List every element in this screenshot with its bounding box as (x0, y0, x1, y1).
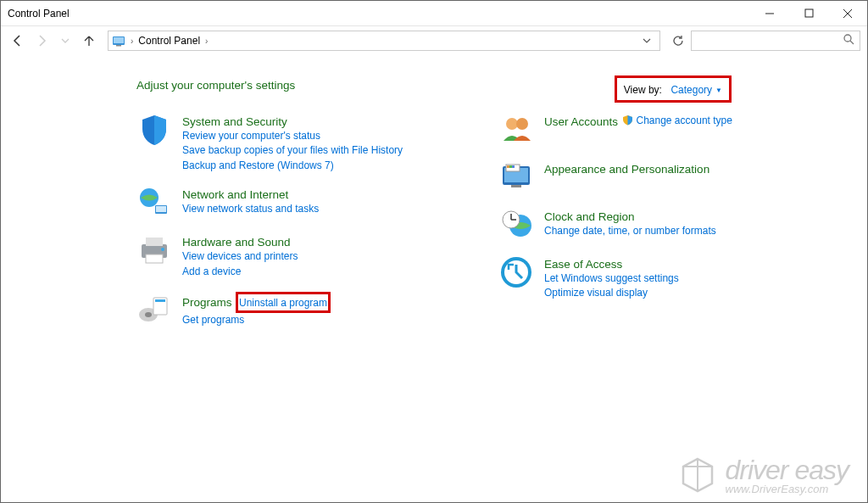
category-link[interactable]: View devices and printers (182, 249, 298, 264)
watermark: driver easy www.DriverEasy.com (678, 455, 849, 495)
category-clock-region: Clock and Region Change date, time, or n… (498, 207, 837, 243)
category-link[interactable]: Review your computer's status (182, 129, 403, 143)
view-by-value: Category (670, 84, 712, 96)
chevron-right-icon[interactable]: › (131, 36, 133, 46)
category-link[interactable]: Change account type (637, 114, 732, 128)
svg-rect-25 (507, 165, 509, 168)
svg-line-8 (850, 41, 854, 44)
category-ease-of-access: Ease of Access Let Windows suggest setti… (498, 254, 837, 301)
category-link[interactable]: Let Windows suggest settings (544, 271, 679, 286)
address-dropdown-button[interactable] (637, 31, 656, 50)
category-link[interactable]: Backup and Restore (Windows 7) (182, 159, 403, 173)
forward-button[interactable] (31, 31, 52, 51)
search-icon (843, 33, 854, 48)
svg-point-21 (516, 118, 528, 130)
svg-rect-14 (146, 254, 163, 263)
people-icon (498, 112, 534, 148)
svg-rect-13 (146, 238, 163, 246)
category-link[interactable]: Add a device (182, 265, 298, 279)
category-title[interactable]: System and Security (182, 115, 287, 128)
view-by-highlight: View by: Category ▼ (615, 75, 732, 103)
svg-rect-1 (805, 9, 813, 17)
uninstall-program-link[interactable]: Uninstall a program (239, 297, 327, 309)
address-bar[interactable]: › Control Panel › (108, 31, 660, 51)
category-title[interactable]: Appearance and Personalization (544, 163, 709, 176)
chevron-down-icon: ▼ (715, 87, 722, 94)
category-link[interactable]: View network status and tasks (182, 202, 319, 216)
left-column: System and Security Review your computer… (136, 112, 475, 340)
category-network-internet: Network and Internet View network status… (136, 185, 475, 221)
watermark-logo-icon (678, 455, 717, 495)
category-link[interactable]: Get programs (182, 313, 331, 327)
printer-icon (136, 232, 172, 268)
svg-point-15 (161, 248, 164, 251)
page-heading: Adjust your computer's settings (136, 79, 837, 92)
category-title[interactable]: Clock and Region (544, 210, 635, 223)
category-link[interactable]: Save backup copies of your files with Fi… (182, 143, 403, 158)
close-button[interactable] (828, 1, 867, 25)
svg-rect-28 (511, 185, 521, 187)
window-buttons (750, 1, 867, 25)
nav-row: › Control Panel › (1, 26, 867, 55)
category-title[interactable]: Ease of Access (544, 258, 622, 271)
category-title[interactable]: User Accounts (544, 115, 618, 128)
uninstall-highlight: Uninstall a program (236, 292, 331, 313)
search-input[interactable] (691, 31, 860, 51)
programs-icon (136, 291, 172, 327)
shield-small-icon (622, 114, 633, 129)
svg-point-20 (506, 118, 518, 130)
category-programs: Programs Uninstall a program Get program… (136, 291, 475, 328)
svg-point-17 (145, 312, 152, 317)
category-link[interactable]: Optimize visual display (544, 286, 679, 300)
monitor-icon (498, 159, 534, 195)
shield-icon (136, 112, 172, 148)
category-title[interactable]: Programs (182, 296, 232, 309)
category-user-accounts: User Accounts Change account type (498, 112, 837, 148)
category-appearance: Appearance and Personalization (498, 159, 837, 195)
window-title: Control Panel (8, 8, 70, 20)
category-hardware-sound: Hardware and Sound View devices and prin… (136, 232, 475, 279)
ease-of-access-icon (498, 254, 534, 290)
svg-rect-26 (509, 165, 512, 168)
svg-rect-11 (156, 206, 166, 212)
maximize-button[interactable] (789, 1, 828, 25)
svg-rect-27 (512, 165, 515, 168)
view-by-label: View by: (624, 84, 662, 96)
up-button[interactable] (79, 31, 99, 51)
title-bar: Control Panel (1, 1, 867, 26)
svg-point-7 (844, 35, 851, 42)
category-title[interactable]: Network and Internet (182, 188, 288, 201)
right-column: User Accounts Change account type Appear… (498, 112, 837, 340)
clock-globe-icon (498, 207, 534, 243)
svg-rect-5 (114, 37, 124, 43)
svg-rect-19 (155, 299, 165, 302)
content-area: Adjust your computer's settings View by:… (1, 55, 867, 340)
chevron-right-icon[interactable]: › (205, 36, 208, 46)
control-panel-icon (112, 34, 125, 48)
recent-locations-button[interactable] (55, 31, 75, 51)
refresh-button[interactable] (669, 31, 687, 50)
view-by-dropdown[interactable]: Category ▼ (670, 84, 722, 96)
back-button[interactable] (8, 31, 28, 51)
category-title[interactable]: Hardware and Sound (182, 236, 291, 249)
category-system-security: System and Security Review your computer… (136, 112, 475, 173)
minimize-button[interactable] (750, 1, 789, 25)
watermark-brand: driver easy (726, 455, 849, 486)
svg-rect-6 (116, 45, 121, 47)
globe-network-icon (136, 185, 172, 221)
category-link[interactable]: Change date, time, or number formats (544, 224, 716, 238)
breadcrumb-item[interactable]: Control Panel (138, 35, 200, 47)
